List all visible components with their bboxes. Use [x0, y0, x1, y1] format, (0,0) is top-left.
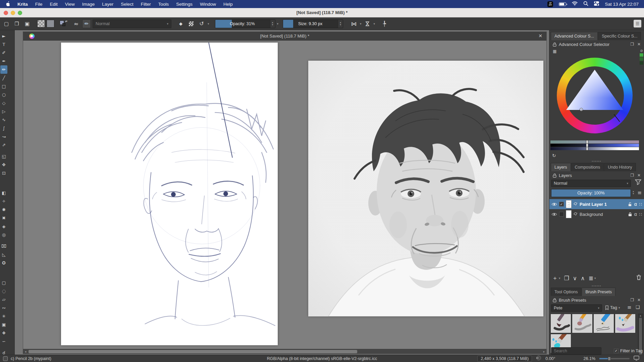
polygon-tool[interactable]: ◇	[0, 99, 7, 107]
update-color-history-icon[interactable]: ↻	[552, 153, 556, 158]
wifi-icon[interactable]	[572, 1, 578, 7]
layer-inherit-alpha-icon[interactable]: ∷	[639, 202, 642, 207]
edit-shapes-tool[interactable]: ✐	[0, 49, 7, 57]
color-sampler-tool[interactable]: ✧	[0, 197, 7, 205]
tab-undo-history[interactable]: Undo History	[604, 163, 636, 171]
smart-patch-tool[interactable]: ✺	[0, 205, 7, 214]
tab-layers[interactable]: Layers	[551, 163, 571, 171]
layer-options-menu-icon[interactable]: ≡	[637, 190, 642, 196]
mirror-vertical-icon[interactable]: ⋈	[350, 19, 358, 28]
save-document-icon[interactable]: ▣	[23, 19, 32, 28]
dynamic-brush-tool[interactable]: ↝	[0, 132, 7, 141]
canvas-only-mode-icon[interactable]	[634, 356, 639, 362]
layer-locked-icon[interactable]	[628, 212, 632, 217]
menu-file[interactable]: File	[32, 0, 46, 8]
tag-dropdown-icon[interactable]: ▾	[619, 306, 620, 309]
polyline-tool[interactable]: ▷	[0, 107, 7, 116]
close-docker-icon[interactable]: ✕	[637, 298, 641, 302]
scroll-left-icon[interactable]: ◂	[23, 350, 28, 353]
eraser-mode-icon[interactable]: ◆	[176, 19, 185, 28]
canvas-rotation-icon[interactable]	[536, 355, 541, 362]
layer-select-checkbox[interactable]	[559, 212, 564, 217]
mirror-horizontal-icon[interactable]: ⋈	[363, 19, 372, 28]
canvas-rotation-value[interactable]: 0.00°	[545, 356, 555, 361]
new-document-icon[interactable]: ▢	[2, 19, 11, 28]
docker-lock-icon[interactable]	[553, 42, 556, 47]
hue-strip[interactable]	[550, 140, 639, 143]
layer-filter-icon[interactable]	[635, 179, 641, 186]
layer-select-checkbox[interactable]: ✓	[559, 202, 564, 206]
tab-brush-presets[interactable]: Brush Presets	[582, 288, 615, 296]
multibrush-tool[interactable]: ⇗	[0, 141, 7, 149]
docker-splitter[interactable]: ••••••	[549, 160, 644, 163]
saturation-strip[interactable]	[550, 144, 639, 147]
rect-select-tool[interactable]: ▢	[0, 279, 7, 287]
subwindow-title-bar[interactable]: [Not Saved] (118.7 MiB) * ✕	[23, 32, 546, 41]
close-docker-icon[interactable]: ✕	[637, 173, 641, 178]
brush-preset-thumbnail[interactable]	[593, 314, 614, 333]
open-document-icon[interactable]: ❒	[12, 19, 21, 28]
tag-filter-dropdown[interactable]: Pete▾	[551, 304, 602, 312]
workspace-chooser-button[interactable]: ☰	[634, 20, 641, 27]
menu-select[interactable]: Select	[117, 0, 137, 8]
docker-splitter[interactable]: ••••••	[549, 284, 644, 287]
tab-compositions[interactable]: Compositions	[571, 163, 604, 171]
transform-tool[interactable]: ◱	[0, 152, 7, 161]
tag-button-label[interactable]: Tag	[610, 305, 617, 310]
preset-search-input[interactable]	[551, 347, 601, 355]
measure-tool[interactable]: ◺	[0, 250, 7, 259]
brush-preset-thumbnail[interactable]	[615, 314, 636, 333]
text-tool[interactable]: T	[0, 40, 7, 49]
zoom-percentage[interactable]: 26.1%	[584, 356, 595, 361]
mirror-horizontal-dropdown-icon[interactable]: ▾	[374, 22, 375, 25]
magnetic-select-tool[interactable]: ∽	[0, 337, 7, 346]
poly-select-tool[interactable]: ▱	[0, 295, 7, 304]
assistants-tool[interactable]: ⌧	[0, 242, 7, 250]
control-center-icon[interactable]	[594, 1, 599, 7]
menu-edit[interactable]: Edit	[46, 0, 61, 8]
menu-help[interactable]: Help	[220, 0, 236, 8]
menu-bar-clock[interactable]: Sat 13 Apr 22:07	[605, 2, 639, 7]
float-docker-icon[interactable]: ❐	[630, 42, 634, 47]
fill-tool[interactable]: ◈	[0, 222, 7, 231]
blending-mode-dropdown[interactable]: Normal ▾	[93, 19, 171, 28]
opacity-slider[interactable]: Opacity: 31% ▴▾	[215, 19, 275, 28]
duplicate-layer-icon[interactable]: ❐	[564, 275, 569, 282]
canvas-horizontal-scrollbar[interactable]: ◂ ▸	[23, 349, 546, 354]
menu-layer[interactable]: Layer	[98, 0, 117, 8]
layer-thumbnail[interactable]	[566, 200, 572, 208]
crop-tool[interactable]: ⊡	[0, 169, 7, 177]
gradient-tool[interactable]: ◧	[0, 189, 7, 197]
color-history-swatch[interactable]	[640, 53, 643, 57]
brush-preset-icon[interactable]: ✏	[82, 19, 91, 28]
foreground-background-colors[interactable]: ⇄	[59, 20, 67, 28]
apple-menu-icon[interactable]	[0, 1, 14, 7]
freehand-brush-tool[interactable]: ✏	[0, 65, 7, 74]
rectangle-tool[interactable]: □	[0, 82, 7, 90]
presets-menu-icon[interactable]: ≡	[627, 304, 632, 310]
brush-preset-thumbnail[interactable]	[572, 314, 593, 333]
brush-size-slider[interactable]: Size: 9.30 px ▴▾	[283, 19, 343, 28]
zoom-slider[interactable]	[599, 358, 630, 359]
layer-alpha-lock-icon[interactable]: α	[634, 201, 637, 207]
scrollbar-handle[interactable]	[29, 350, 357, 353]
similar-select-tool[interactable]: ▣	[0, 320, 7, 329]
select-shapes-tool[interactable]: ►	[0, 32, 7, 40]
layer-thumbnail[interactable]	[566, 210, 572, 218]
menu-image[interactable]: Image	[78, 0, 99, 8]
image-dimensions[interactable]: 2,480 x 3,508 (118.7 MiB)	[477, 356, 532, 362]
layer-unlocked-icon[interactable]	[628, 202, 632, 206]
layer-visible-icon[interactable]	[551, 213, 557, 216]
layer-blending-mode-dropdown[interactable]: Normal▾	[551, 180, 631, 187]
bezier-curve-tool[interactable]: ∿	[0, 116, 7, 124]
colorize-mask-tool[interactable]: ✖	[0, 214, 7, 222]
trim-to-image-icon[interactable]: ╄	[380, 19, 389, 28]
layer-row-paint-layer-1[interactable]: ✓ Paint Layer 1 α ∷	[549, 199, 644, 209]
tab-specific-colour-selector[interactable]: Specific Colour S...	[598, 32, 641, 40]
layer-inherit-alpha-icon[interactable]: ∷	[639, 212, 642, 217]
menu-window[interactable]: Window	[196, 0, 220, 8]
add-layer-dropdown-icon[interactable]: ▾	[559, 277, 560, 280]
tag-bookmark-icon[interactable]	[605, 305, 609, 310]
presets-scrollbar[interactable]: ▴▾	[638, 314, 643, 353]
add-layer-icon[interactable]: ＋	[552, 274, 558, 282]
